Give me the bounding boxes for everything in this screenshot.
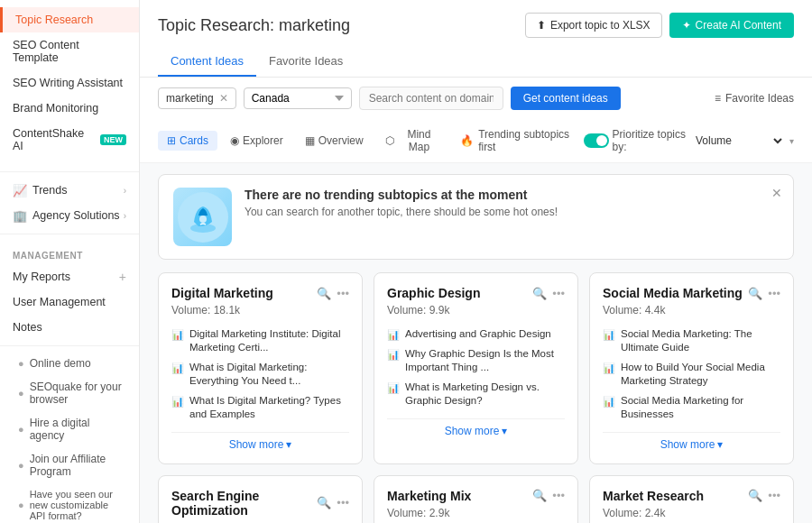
favorite-ideas-button[interactable]: ≡ Favorite Ideas bbox=[715, 92, 794, 105]
card-item: 📊 Why Graphic Design Is the Most Importa… bbox=[387, 347, 565, 374]
dot-icon: ● bbox=[18, 500, 24, 510]
card-item: 📊 How to Build Your Social Media Marketi… bbox=[603, 361, 780, 388]
country-select[interactable]: CanadaUnited StatesUnited KingdomAustral… bbox=[244, 87, 352, 109]
sidebar-item-affiliate[interactable]: ● Join our Affiliate Program bbox=[0, 447, 139, 483]
create-ai-button[interactable]: ✦ Create AI Content bbox=[669, 13, 794, 38]
trending-toggle: 🔥 Trending subtopics first bbox=[460, 128, 608, 153]
view-cards-button[interactable]: ⊞ Cards bbox=[158, 131, 217, 151]
trending-toggle-switch[interactable] bbox=[584, 133, 608, 148]
alert-image bbox=[173, 188, 232, 246]
card-item: 📊 What is Marketing Design vs. Graphic D… bbox=[387, 381, 565, 408]
sidebar-item-api[interactable]: ● Have you seen our new customizable API… bbox=[0, 483, 139, 523]
trend-icon: 📊 bbox=[603, 395, 615, 408]
card-item: 📊 Digital Marketing Institute: Digital M… bbox=[171, 327, 349, 354]
sidebar-item-seo-writing[interactable]: SEO Writing Assistant bbox=[0, 70, 139, 96]
more-icon[interactable]: ••• bbox=[768, 287, 780, 300]
search-icon[interactable]: 🔍 bbox=[532, 489, 547, 502]
card-seo: Search Engine Optimization 🔍 ••• Volume:… bbox=[158, 475, 363, 523]
more-icon[interactable]: ••• bbox=[552, 489, 565, 502]
trend-icon: 📊 bbox=[603, 362, 615, 374]
card-item: 📊 What is Digital Marketing: Everything … bbox=[171, 361, 349, 388]
trend-icon: 📊 bbox=[171, 362, 184, 374]
search-domain-input[interactable] bbox=[359, 87, 503, 110]
sidebar-item-hire-digital[interactable]: ● Hire a digital agency bbox=[0, 411, 139, 447]
sidebar-item-my-reports[interactable]: My Reports + bbox=[0, 264, 139, 289]
tab-content-ideas[interactable]: Content Ideas bbox=[158, 47, 256, 77]
plus-icon[interactable]: + bbox=[119, 270, 126, 284]
sidebar-item-topic-research[interactable]: Topic Research bbox=[0, 7, 139, 32]
card-header: Social Media Marketing 🔍 ••• bbox=[603, 286, 780, 300]
card-item: 📊 Advertising and Graphic Design bbox=[387, 327, 565, 341]
trend-icon: 📊 bbox=[387, 381, 400, 394]
close-icon[interactable]: ✕ bbox=[219, 92, 228, 105]
chevron-down-icon: ▾ bbox=[717, 438, 723, 451]
card-items: 📊 Advertising and Graphic Design 📊 Why G… bbox=[387, 327, 565, 408]
sidebar-item-online-demo[interactable]: ● Online demo bbox=[0, 352, 139, 375]
search-tag: marketing ✕ bbox=[158, 87, 236, 109]
trend-icon: 📊 bbox=[171, 328, 184, 341]
sidebar-item-contentshake[interactable]: ContentShake AI NEW bbox=[0, 121, 139, 159]
explorer-icon: ◉ bbox=[230, 134, 239, 147]
sidebar-item-notes[interactable]: Notes bbox=[0, 315, 139, 340]
sidebar-item-seoquake[interactable]: ● SEOquake for your browser bbox=[0, 375, 139, 411]
fire-icon: 🔥 bbox=[460, 134, 474, 147]
more-icon[interactable]: ••• bbox=[768, 489, 780, 502]
dot-icon: ● bbox=[18, 388, 24, 399]
more-icon[interactable]: ••• bbox=[552, 287, 565, 300]
sidebar-top-section: Topic Research SEO Content Template SEO … bbox=[0, 0, 139, 166]
card-actions: 🔍 ••• bbox=[748, 489, 780, 502]
cards-grid: Digital Marketing 🔍 ••• Volume: 18.1k 📊 … bbox=[158, 272, 794, 523]
more-icon[interactable]: ••• bbox=[337, 496, 349, 509]
sidebar-item-agency-solutions[interactable]: 🏢 Agency Solutions › bbox=[0, 203, 139, 228]
sidebar-item-user-management[interactable]: User Management bbox=[0, 289, 139, 315]
toolbar: marketing ✕ CanadaUnited StatesUnited Ki… bbox=[140, 78, 812, 119]
header-top: Topic Research: marketing ⬆ Export topic… bbox=[158, 13, 794, 38]
chevron-right-icon: › bbox=[124, 186, 126, 196]
search-icon[interactable]: 🔍 bbox=[317, 287, 331, 300]
card-actions: 🔍 ••• bbox=[748, 287, 780, 300]
sidebar: Topic Research SEO Content Template SEO … bbox=[0, 0, 140, 523]
trend-icon: 📊 bbox=[603, 328, 615, 341]
overview-icon: ▦ bbox=[305, 134, 315, 147]
card-title: Digital Marketing bbox=[171, 286, 273, 300]
card-header: Market Research 🔍 ••• bbox=[603, 489, 780, 503]
export-button[interactable]: ⬆ Export topic to XLSX bbox=[525, 13, 662, 38]
card-items: 📊 Digital Marketing Institute: Digital M… bbox=[171, 327, 349, 421]
view-explorer-button[interactable]: ◉ Explorer bbox=[221, 131, 292, 151]
sidebar-item-brand-monitoring[interactable]: Brand Monitoring bbox=[0, 96, 139, 121]
search-icon[interactable]: 🔍 bbox=[748, 489, 762, 502]
card-volume: Volume: 18.1k bbox=[171, 304, 349, 317]
alert-close-button[interactable]: ✕ bbox=[771, 186, 782, 200]
card-header: Digital Marketing 🔍 ••• bbox=[171, 286, 349, 300]
card-item: 📊 Social Media Marketing for Businesses bbox=[603, 394, 780, 421]
tab-favorite-ideas[interactable]: Favorite Ideas bbox=[256, 47, 355, 77]
main-header: Topic Research: marketing ⬆ Export topic… bbox=[140, 0, 812, 78]
show-more-button[interactable]: Show more ▾ bbox=[387, 418, 565, 437]
search-icon[interactable]: 🔍 bbox=[532, 287, 547, 300]
chevron-down-icon: ▾ bbox=[502, 425, 507, 437]
trend-icon: 📊 bbox=[171, 395, 184, 408]
card-volume: Volume: 9.9k bbox=[387, 304, 565, 317]
show-more-button[interactable]: Show more ▾ bbox=[171, 432, 349, 451]
card-marketing-mix: Marketing Mix 🔍 ••• Volume: 2.9k 📊 The 4… bbox=[374, 475, 578, 523]
alert-text: There are no trending subtopics at the m… bbox=[245, 188, 558, 218]
view-mindmap-button[interactable]: ⬡ Mind Map bbox=[376, 124, 449, 157]
show-more-button[interactable]: Show more ▾ bbox=[603, 432, 780, 451]
search-icon[interactable]: 🔍 bbox=[317, 496, 331, 509]
card-header: Graphic Design 🔍 ••• bbox=[387, 286, 565, 300]
sidebar-item-trends[interactable]: 📈 Trends › bbox=[0, 178, 139, 203]
card-actions: 🔍 ••• bbox=[532, 287, 565, 300]
list-icon: ≡ bbox=[715, 92, 721, 105]
more-icon[interactable]: ••• bbox=[337, 287, 349, 300]
view-controls: ⊞ Cards ◉ Explorer ▦ Overview ⬡ Mind Map… bbox=[140, 119, 812, 163]
card-market-research: Market Research 🔍 ••• Volume: 2.4k 📊 Mar… bbox=[589, 475, 794, 523]
search-icon[interactable]: 🔍 bbox=[748, 287, 762, 300]
trend-icon: 📊 bbox=[387, 348, 400, 361]
sidebar-item-seo-content[interactable]: SEO Content Template bbox=[0, 32, 139, 70]
view-overview-button[interactable]: ▦ Overview bbox=[296, 131, 373, 151]
card-title: Search Engine Optimization bbox=[171, 489, 317, 518]
get-ideas-button[interactable]: Get content ideas bbox=[511, 87, 621, 110]
prioritize-select[interactable]: VolumeTopic EfficiencyDifficulty bbox=[692, 133, 785, 148]
prioritize-label: Prioritize topics by: VolumeTopic Effici… bbox=[613, 128, 794, 153]
mindmap-icon: ⬡ bbox=[385, 134, 394, 147]
